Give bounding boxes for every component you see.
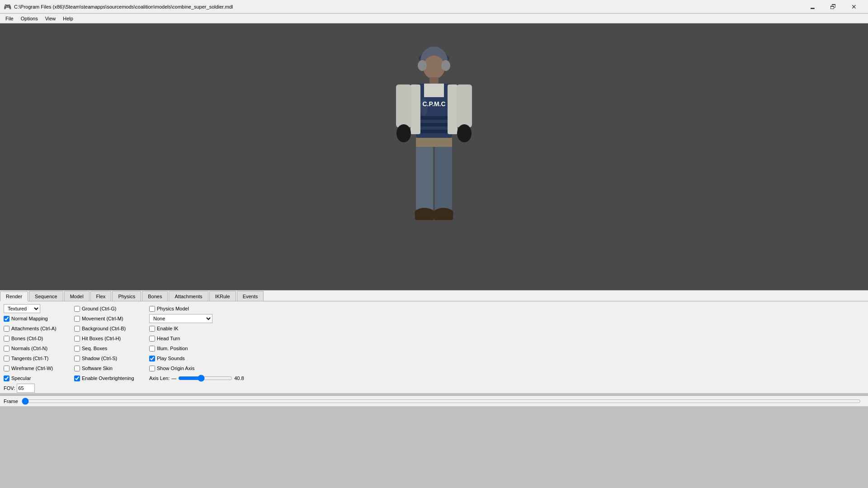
axis-len-slider[interactable] bbox=[178, 375, 232, 382]
tab-flex[interactable]: Flex bbox=[90, 291, 112, 301]
tab-ikrule[interactable]: IKRule bbox=[209, 291, 236, 301]
menu-view[interactable]: View bbox=[42, 15, 60, 22]
render-mode-dropdown[interactable]: Textured Wireframe Flat Smooth bbox=[4, 304, 40, 313]
tab-physics[interactable]: Physics bbox=[112, 291, 141, 301]
axis-len-row: Axis Len: — 40.8 bbox=[149, 375, 244, 382]
hitboxes-checkbox[interactable] bbox=[74, 336, 80, 342]
svg-rect-5 bbox=[429, 77, 439, 84]
panel-row-1: Textured Wireframe Flat Smooth Ground (C… bbox=[4, 304, 864, 313]
enable-ik-checkbox[interactable] bbox=[149, 326, 155, 332]
software-skin-checkbox-label[interactable]: Software Skin bbox=[74, 366, 142, 371]
svg-rect-8 bbox=[448, 84, 458, 134]
show-origin-axis-checkbox[interactable] bbox=[149, 366, 155, 371]
svg-point-4 bbox=[441, 60, 450, 71]
physics-none-row: None bbox=[149, 314, 222, 323]
tab-events[interactable]: Events bbox=[237, 291, 264, 301]
menu-options[interactable]: Options bbox=[17, 15, 42, 22]
specular-label: Specular bbox=[11, 375, 31, 381]
tab-sequence[interactable]: Sequence bbox=[29, 291, 63, 301]
seq-boxes-checkbox-label[interactable]: Seq. Boxes bbox=[74, 346, 142, 352]
maximize-button[interactable]: 🗗 bbox=[823, 0, 844, 14]
attachments-checkbox[interactable] bbox=[4, 326, 9, 332]
menubar: File Options View Help bbox=[0, 14, 868, 23]
bones-checkbox[interactable] bbox=[4, 336, 9, 342]
normals-checkbox[interactable] bbox=[4, 346, 9, 352]
head-turn-label: Head Turn bbox=[157, 336, 180, 341]
tangents-label: Tangents (Ctrl-T) bbox=[11, 356, 49, 361]
specular-checkbox[interactable] bbox=[4, 375, 9, 381]
menu-help[interactable]: Help bbox=[59, 15, 77, 22]
tab-bones[interactable]: Bones bbox=[142, 291, 168, 301]
normals-label: Normals (Ctrl-N) bbox=[11, 346, 47, 351]
shadow-checkbox-label[interactable]: Shadow (Ctrl-S) bbox=[74, 356, 142, 361]
minimize-button[interactable]: 🗕 bbox=[802, 0, 823, 14]
normal-mapping-label: Normal Mapping bbox=[11, 316, 48, 321]
shadow-checkbox[interactable] bbox=[74, 356, 80, 361]
svg-rect-16 bbox=[457, 84, 472, 127]
enable-overbrightening-checkbox[interactable] bbox=[74, 375, 80, 381]
normal-mapping-checkbox[interactable] bbox=[4, 316, 9, 322]
app-icon: 🎮 bbox=[4, 3, 11, 10]
specular-checkbox-label[interactable]: Specular bbox=[4, 375, 67, 381]
panel-row-4: Bones (Ctrl-D) Hit Boxes (Ctrl-H) Head T… bbox=[4, 334, 864, 343]
tab-attachments[interactable]: Attachments bbox=[169, 291, 208, 301]
frame-label: Frame bbox=[4, 399, 18, 404]
show-origin-axis-checkbox-label[interactable]: Show Origin Axis bbox=[149, 366, 222, 371]
panel-row-8: Specular Enable Overbrightening Axis Len… bbox=[4, 374, 864, 383]
close-button[interactable]: ✕ bbox=[844, 0, 864, 14]
svg-rect-22 bbox=[415, 210, 434, 220]
head-turn-checkbox-label[interactable]: Head Turn bbox=[149, 336, 222, 342]
svg-rect-12 bbox=[420, 123, 448, 127]
wireframe-checkbox-label[interactable]: Wireframe (Ctrl-W) bbox=[4, 366, 67, 371]
shadow-label: Shadow (Ctrl-S) bbox=[82, 356, 117, 361]
movement-checkbox[interactable] bbox=[74, 316, 80, 322]
normals-checkbox-label[interactable]: Normals (Ctrl-N) bbox=[4, 346, 67, 352]
background-checkbox[interactable] bbox=[74, 326, 80, 332]
svg-rect-24 bbox=[434, 210, 453, 220]
enable-overbrightening-checkbox-label[interactable]: Enable Overbrightening bbox=[74, 375, 142, 381]
attachments-checkbox-label[interactable]: Attachments (Ctrl-A) bbox=[4, 326, 67, 332]
seq-boxes-label: Seq. Boxes bbox=[82, 346, 107, 351]
play-sounds-checkbox[interactable] bbox=[149, 356, 155, 361]
illum-position-checkbox[interactable] bbox=[149, 346, 155, 352]
panel-row-5: Normals (Ctrl-N) Seq. Boxes Illum. Posit… bbox=[4, 344, 864, 353]
tangents-checkbox[interactable] bbox=[4, 356, 9, 361]
enable-overbrightening-label: Enable Overbrightening bbox=[82, 375, 134, 381]
render-mode-dropdown-container: Textured Wireframe Flat Smooth bbox=[4, 304, 67, 313]
tab-render[interactable]: Render bbox=[0, 291, 28, 301]
physics-model-checkbox-label[interactable]: Physics Model bbox=[149, 306, 222, 312]
fov-input[interactable] bbox=[17, 384, 35, 393]
physics-none-dropdown[interactable]: None bbox=[149, 314, 212, 323]
physics-model-checkbox[interactable] bbox=[149, 306, 155, 312]
wireframe-checkbox[interactable] bbox=[4, 366, 9, 371]
panel-row-6: Tangents (Ctrl-T) Shadow (Ctrl-S) Play S… bbox=[4, 354, 864, 363]
ground-checkbox[interactable] bbox=[74, 306, 80, 312]
svg-rect-18 bbox=[416, 138, 452, 147]
enable-ik-checkbox-label[interactable]: Enable IK bbox=[149, 326, 222, 332]
play-sounds-checkbox-label[interactable]: Play Sounds bbox=[149, 356, 222, 361]
titlebar-title: C:\Program Files (x86)\Steam\steamapps\s… bbox=[14, 4, 233, 9]
axis-len-label: Axis Len: bbox=[149, 375, 170, 381]
movement-label: Movement (Ctrl-M) bbox=[82, 316, 123, 321]
tangents-checkbox-label[interactable]: Tangents (Ctrl-T) bbox=[4, 356, 67, 361]
titlebar-left: 🎮 C:\Program Files (x86)\Steam\steamapps… bbox=[4, 3, 233, 10]
bones-checkbox-label[interactable]: Bones (Ctrl-D) bbox=[4, 336, 67, 342]
svg-point-25 bbox=[420, 98, 428, 116]
axis-len-dash: — bbox=[171, 375, 176, 381]
viewport[interactable]: C.P.M.C bbox=[0, 23, 868, 290]
movement-checkbox-label[interactable]: Movement (Ctrl-M) bbox=[74, 316, 142, 322]
normal-mapping-checkbox-label[interactable]: Normal Mapping bbox=[4, 316, 67, 322]
ground-checkbox-label[interactable]: Ground (Ctrl-G) bbox=[74, 306, 142, 312]
software-skin-checkbox[interactable] bbox=[74, 366, 80, 371]
frame-slider[interactable] bbox=[22, 398, 861, 405]
svg-point-15 bbox=[396, 124, 411, 142]
ground-label: Ground (Ctrl-G) bbox=[82, 306, 116, 311]
head-turn-checkbox[interactable] bbox=[149, 336, 155, 342]
background-checkbox-label[interactable]: Background (Ctrl-B) bbox=[74, 326, 142, 332]
background-label: Background (Ctrl-B) bbox=[82, 326, 126, 331]
seq-boxes-checkbox[interactable] bbox=[74, 346, 80, 352]
menu-file[interactable]: File bbox=[2, 15, 17, 22]
hitboxes-checkbox-label[interactable]: Hit Boxes (Ctrl-H) bbox=[74, 336, 142, 342]
tab-model[interactable]: Model bbox=[64, 291, 90, 301]
illum-position-checkbox-label[interactable]: Illum. Position bbox=[149, 346, 222, 352]
